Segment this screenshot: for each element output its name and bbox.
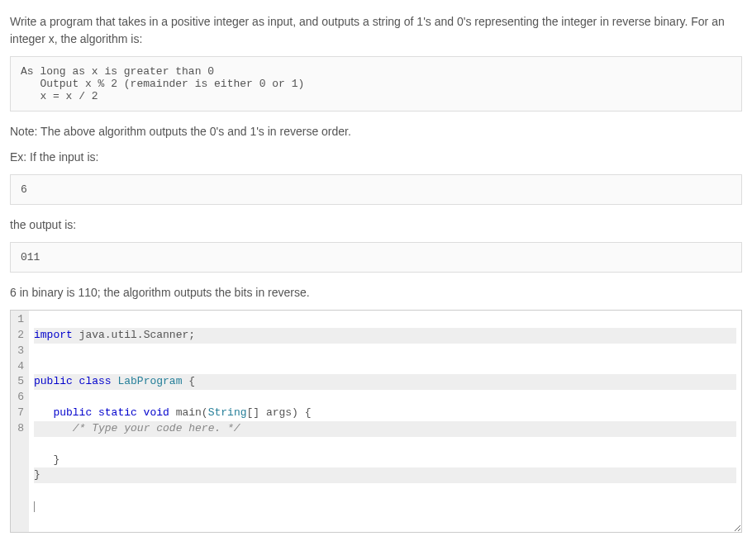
example-output-label: the output is: xyxy=(10,216,742,234)
code-line-8 xyxy=(34,500,35,512)
algorithm-box: As long as x is greater than 0 Output x … xyxy=(10,56,742,112)
code-line-7: } xyxy=(34,467,736,483)
example-input-label: Ex: If the input is: xyxy=(10,149,742,166)
note-text: Note: The above algorithm outputs the 0'… xyxy=(10,123,742,140)
code-line-1: import java.util.Scanner; xyxy=(34,328,736,344)
line-number: 4 xyxy=(14,359,24,375)
code-area[interactable]: import java.util.Scanner; public class L… xyxy=(29,311,741,532)
line-number: 8 xyxy=(14,421,24,437)
line-number-gutter: 1 2 3 4 5 6 7 8 xyxy=(11,311,29,532)
algo-line-1: As long as x is greater than 0 xyxy=(21,65,214,78)
example-input-box: 6 xyxy=(10,174,742,205)
code-editor[interactable]: 1 2 3 4 5 6 7 8 import java.util.Scanner… xyxy=(10,310,742,533)
line-number: 2 xyxy=(14,328,24,344)
line-number: 6 xyxy=(14,390,24,406)
line-number: 5 xyxy=(14,374,24,390)
algo-line-3: x = x / 2 xyxy=(21,90,98,102)
text-cursor-icon xyxy=(34,501,35,512)
code-line-5: /* Type your code here. */ xyxy=(34,421,736,437)
code-line-6: } xyxy=(34,453,59,466)
code-line-3: public class LabProgram { xyxy=(34,374,736,390)
problem-intro: Write a program that takes in a positive… xyxy=(10,13,742,48)
line-number: 1 xyxy=(14,312,24,328)
example-output-box: 011 xyxy=(10,242,742,273)
line-number: 7 xyxy=(14,406,24,421)
line-number: 3 xyxy=(14,344,24,359)
code-line-4: public static void main(String[] args) { xyxy=(34,406,312,419)
explanation-text: 6 in binary is 110; the algorithm output… xyxy=(10,284,742,301)
algo-line-2: Output x % 2 (remainder is either 0 or 1… xyxy=(21,78,304,90)
